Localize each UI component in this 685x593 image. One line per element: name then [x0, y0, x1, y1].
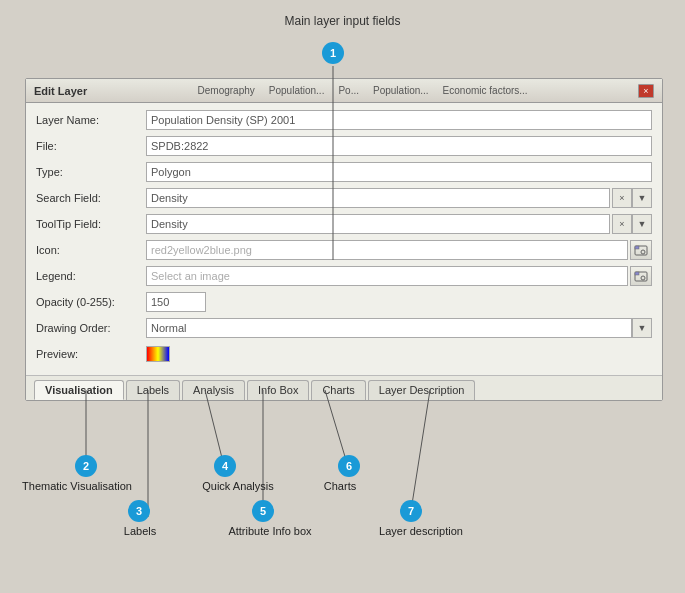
annotation-bubble-5: 5 [252, 500, 274, 522]
svg-point-2 [641, 250, 645, 254]
browse-icon [634, 243, 648, 257]
tooltip-field-container: × ▼ [146, 214, 652, 234]
svg-point-5 [641, 276, 645, 280]
type-label: Type: [36, 166, 146, 178]
annotation-bubble-1: 1 [322, 42, 344, 64]
search-field-dropdown-button[interactable]: ▼ [632, 188, 652, 208]
legend-browse-button[interactable] [630, 266, 652, 286]
opacity-row: Opacity (0-255): [36, 291, 652, 313]
tooltip-field-clear-button[interactable]: × [612, 214, 632, 234]
type-input[interactable] [146, 162, 652, 182]
header-tab-1[interactable]: Demography [192, 83, 261, 98]
file-label: File: [36, 140, 146, 152]
layer-name-label: Layer Name: [36, 114, 146, 126]
page-title: Main layer input fields [0, 14, 685, 28]
annotation-bubble-2: 2 [75, 455, 97, 477]
close-button[interactable]: × [638, 84, 654, 98]
legend-label: Legend: [36, 270, 146, 282]
annotation-bubble-4: 4 [214, 455, 236, 477]
tooltip-field-input[interactable] [146, 214, 610, 234]
icon-input[interactable] [146, 240, 628, 260]
header-tab-4[interactable]: Population... [367, 83, 435, 98]
annotation-label-5: Attribute Info box [210, 525, 330, 537]
drawing-order-row: Drawing Order: ▼ [36, 317, 652, 339]
drawing-order-label: Drawing Order: [36, 322, 146, 334]
annotation-bubble-6: 6 [338, 455, 360, 477]
annotation-label-2: Thematic Visualisation [22, 480, 132, 492]
layer-name-row: Layer Name: [36, 109, 652, 131]
preview-label: Preview: [36, 348, 146, 360]
annotation-bubble-7: 7 [400, 500, 422, 522]
annotation-label-4: Quick Analysis [188, 480, 288, 492]
search-field-container: × ▼ [146, 188, 652, 208]
header-tab-3[interactable]: Po... [332, 83, 365, 98]
tooltip-field-row: ToolTip Field: × ▼ [36, 213, 652, 235]
type-row: Type: [36, 161, 652, 183]
form-area: Layer Name: File: Type: Search Field: × … [26, 103, 662, 375]
icon-container [146, 240, 652, 260]
tab-info-box[interactable]: Info Box [247, 380, 309, 400]
svg-line-12 [410, 390, 430, 517]
tab-analysis[interactable]: Analysis [182, 380, 245, 400]
svg-rect-1 [635, 246, 639, 249]
icon-row: Icon: [36, 239, 652, 261]
tab-labels[interactable]: Labels [126, 380, 180, 400]
search-field-clear-button[interactable]: × [612, 188, 632, 208]
search-field-label: Search Field: [36, 192, 146, 204]
tab-charts[interactable]: Charts [311, 380, 365, 400]
tab-layer-description[interactable]: Layer Description [368, 380, 476, 400]
search-field-row: Search Field: × ▼ [36, 187, 652, 209]
drawing-order-dropdown-button[interactable]: ▼ [632, 318, 652, 338]
opacity-label: Opacity (0-255): [36, 296, 146, 308]
edit-layer-dialog: Edit Layer Demography Population... Po..… [25, 78, 663, 401]
tooltip-field-dropdown-button[interactable]: ▼ [632, 214, 652, 234]
annotation-bubble-3: 3 [128, 500, 150, 522]
opacity-input[interactable] [146, 292, 206, 312]
drawing-order-input[interactable] [146, 318, 632, 338]
legend-container [146, 266, 652, 286]
annotation-label-6: Charts [310, 480, 370, 492]
legend-row: Legend: [36, 265, 652, 287]
preview-swatch [146, 346, 170, 362]
tab-visualisation[interactable]: Visualisation [34, 380, 124, 400]
preview-row: Preview: [36, 343, 652, 365]
bottom-tab-bar: Visualisation Labels Analysis Info Box C… [26, 375, 662, 400]
drawing-order-container: ▼ [146, 318, 652, 338]
file-input[interactable] [146, 136, 652, 156]
dialog-title: Edit Layer [34, 85, 87, 97]
browse-icon-2 [634, 269, 648, 283]
tooltip-field-label: ToolTip Field: [36, 218, 146, 230]
svg-rect-4 [635, 272, 639, 275]
icon-browse-button[interactable] [630, 240, 652, 260]
icon-label: Icon: [36, 244, 146, 256]
search-field-input[interactable] [146, 188, 610, 208]
annotation-label-7: Layer description [366, 525, 476, 537]
dialog-titlebar: Edit Layer Demography Population... Po..… [26, 79, 662, 103]
layer-name-input[interactable] [146, 110, 652, 130]
legend-input[interactable] [146, 266, 628, 286]
header-tab-5[interactable]: Economic factors... [437, 83, 534, 98]
header-tab-2[interactable]: Population... [263, 83, 331, 98]
file-row: File: [36, 135, 652, 157]
dialog-tabs-header: Demography Population... Po... Populatio… [132, 83, 594, 98]
annotation-label-3: Labels [110, 525, 170, 537]
